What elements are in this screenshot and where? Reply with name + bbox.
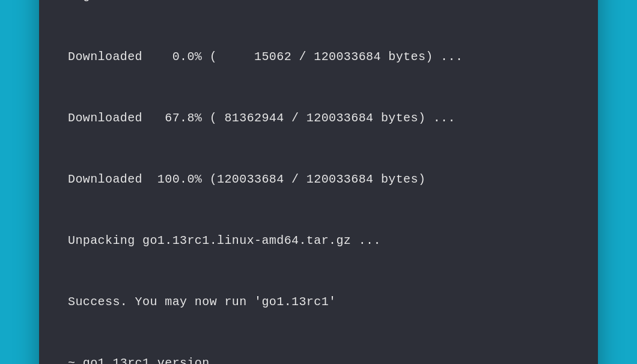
terminal-content: ~ go get golang.org/dl/go1.13rc1 ~ go1.1…: [68, 0, 569, 364]
terminal-line-success: Success. You may now run 'go1.13rc1': [68, 292, 569, 312]
terminal-window: ~ go get golang.org/dl/go1.13rc1 ~ go1.1…: [39, 0, 598, 364]
terminal-line-unpack: Unpacking go1.13rc1.linux-amd64.tar.gz .…: [68, 231, 569, 251]
terminal-line-cmd2: ~ go1.13rc1 download: [68, 0, 569, 6]
terminal-line-download3: Downloaded 100.0% (120033684 / 120033684…: [68, 169, 569, 190]
terminal-line-download2: Downloaded 67.8% ( 81362944 / 120033684 …: [68, 108, 569, 129]
terminal-line-download1: Downloaded 0.0% ( 15062 / 120033684 byte…: [68, 47, 569, 67]
terminal-line-cmd3: ~ go1.13rc1 version: [68, 353, 569, 364]
